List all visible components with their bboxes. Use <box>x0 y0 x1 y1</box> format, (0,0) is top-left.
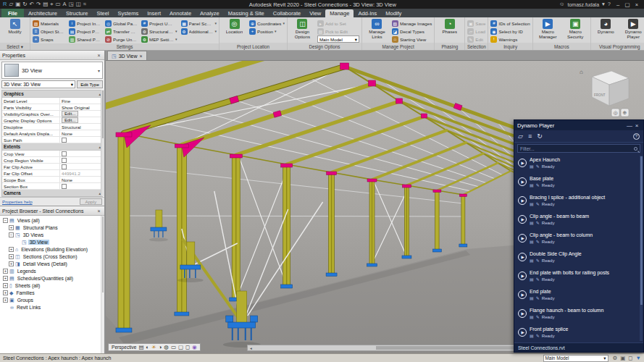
file-tab[interactable]: File <box>1 9 24 17</box>
button-manage-images[interactable]: ▧Manage Images <box>392 20 432 27</box>
edit-type-button[interactable]: Edit Type <box>77 80 103 88</box>
play-script-button[interactable]: ▶ <box>518 290 527 299</box>
panel-label-selection[interactable]: Selection <box>465 43 488 50</box>
tree-item-schedules-quantities-all[interactable]: +▤Schedules/Quantities (all) <box>0 274 104 282</box>
expand-icon[interactable]: + <box>9 225 14 230</box>
checkbox-section-box[interactable] <box>62 184 67 189</box>
play-script-button[interactable]: ▶ <box>518 196 527 205</box>
tree-item-detail-views-detail[interactable]: +◨Detail Views (Detail) <box>0 260 104 267</box>
sun-path-icon[interactable]: ☀ <box>151 345 156 350</box>
tree-item-legends[interactable]: +▥Legends <box>0 267 104 274</box>
expand-icon[interactable]: + <box>3 298 8 303</box>
perspective-label[interactable]: Perspective <box>112 345 136 350</box>
thin-lines-icon[interactable]: ≈ <box>83 1 86 7</box>
open-icon[interactable]: ▱ <box>9 1 13 7</box>
tab-insert[interactable]: Insert <box>143 9 165 17</box>
tree-item-sections-cross-section[interactable]: +◫Sections (Cross Section) <box>0 253 104 260</box>
expand-icon[interactable]: + <box>9 261 14 266</box>
help-icon[interactable]: ? <box>608 1 611 7</box>
tab-add-ins[interactable]: Add-Ins <box>354 9 381 17</box>
filter-input[interactable]: Filter... <box>517 144 640 153</box>
tree-item-structural-plans[interactable]: +▦Structural Plans <box>0 224 104 231</box>
properties-scrollbar[interactable] <box>101 90 104 196</box>
button-purge-unused[interactable]: ⊘Purge Unused <box>105 35 138 43</box>
button-shared-parameters[interactable]: ▥Shared Parameters <box>69 35 101 43</box>
button-modify[interactable]: ↖Modify <box>2 18 28 35</box>
temporary-hide-icon[interactable]: ◻ <box>185 345 190 350</box>
view-tab-3d-view[interactable]: ◳ 3D View × <box>107 51 147 60</box>
expand-icon[interactable]: + <box>3 276 8 281</box>
tab-systems[interactable]: Systems <box>114 9 143 17</box>
reveal-hidden-icon[interactable]: ◉ <box>192 345 197 350</box>
panel-label-select[interactable]: Select▾ <box>0 43 30 50</box>
viewcube-home-icon[interactable]: ⌂ <box>580 69 583 75</box>
play-script-button[interactable]: ▶ <box>518 272 527 280</box>
tab-steel[interactable]: Steel <box>92 9 113 17</box>
edit-in-dynamo-icon[interactable]: ✎ <box>536 277 540 282</box>
expand-icon[interactable]: + <box>9 254 14 259</box>
edit-in-dynamo-icon[interactable]: ✎ <box>536 164 540 169</box>
text-note-icon[interactable]: A <box>63 1 67 7</box>
button-add-to-set[interactable]: ▸Add to Set <box>317 20 359 27</box>
collapse-icon[interactable]: − <box>9 232 14 237</box>
maximize-button[interactable]: ▢ <box>623 1 632 8</box>
active-design-option-select[interactable]: Main Model ▾ <box>543 355 609 362</box>
checkbox-crop-region-visible[interactable] <box>62 158 67 163</box>
main-model-select[interactable]: Main Model▾ <box>317 35 359 43</box>
visual-style-icon[interactable]: ◐ <box>146 345 150 350</box>
button-dynamo[interactable]: ◕Dynamo <box>593 18 619 35</box>
revit-logo-icon[interactable]: R <box>3 1 7 7</box>
button-load[interactable]: ▱Load <box>467 28 485 35</box>
button-project-information[interactable]: iProject Information <box>69 20 101 27</box>
tag-icon[interactable]: ▭ <box>56 1 61 7</box>
shadows-icon[interactable]: ◑ <box>159 345 162 350</box>
chevron-down-icon[interactable]: ▾ <box>98 68 100 73</box>
edit-in-dynamo-icon[interactable]: ✎ <box>536 315 540 319</box>
tab-modify[interactable]: Modify <box>381 9 406 17</box>
button-global-parameters[interactable]: ◎Global Parameters <box>105 20 138 27</box>
expand-icon[interactable]: + <box>3 283 8 288</box>
tab-analyze[interactable]: Analyze <box>196 9 224 17</box>
tab-collaborate[interactable]: Collaborate <box>269 9 305 17</box>
script-list-icon[interactable]: ≡ <box>528 133 532 140</box>
script-list-scrollbar[interactable] <box>640 156 643 341</box>
help-icon[interactable]: ? <box>633 133 640 140</box>
scroll-left-icon[interactable]: ◂ <box>248 345 254 350</box>
signed-in-username[interactable]: tomasz.fudala <box>567 2 599 7</box>
close-view-icon[interactable]: × <box>140 54 143 59</box>
button-phases[interactable]: ◔Phases <box>437 18 462 35</box>
tree-item-views-all[interactable]: −▤Views (all) <box>0 216 104 224</box>
tab-architecture[interactable]: Architecture <box>24 9 62 17</box>
exclude-options-icon[interactable]: ▣ <box>620 355 625 361</box>
checkbox-far-clip-active[interactable] <box>62 164 67 169</box>
button-design-options[interactable]: ◫Design Options <box>290 18 315 39</box>
button-save[interactable]: ▣Save <box>467 20 485 27</box>
zoom-icon[interactable]: ⊕ <box>623 110 627 115</box>
button-additional-settings[interactable]: ⚙Additional Settings▾ <box>181 28 217 35</box>
expand-icon[interactable]: + <box>3 290 8 295</box>
play-script-button[interactable]: ▶ <box>518 328 527 337</box>
close-icon[interactable]: × <box>633 122 640 129</box>
button-project-units[interactable]: #Project Units <box>141 20 177 27</box>
default-3d-view-icon[interactable]: ◳ <box>69 1 74 7</box>
button-mep-settings[interactable]: ⚙MEP Settings▾ <box>141 35 177 43</box>
panel-label-visual-programming[interactable]: Visual Programming <box>591 43 644 50</box>
section-icon[interactable]: ◫ <box>76 1 81 7</box>
button-ids-of-selection[interactable]: #IDs of Selection <box>490 20 530 27</box>
tab-view[interactable]: View <box>305 9 325 17</box>
button-transfer-project-standards[interactable]: ⇄Transfer Project Standards <box>105 28 138 35</box>
edit-button-graphic-display-options[interactable]: Edit... <box>62 117 78 123</box>
button-starting-view[interactable]: ⌂Starting View <box>392 35 432 43</box>
project-browser-scrollbar[interactable] <box>101 216 104 353</box>
edit-in-dynamo-icon[interactable]: ✎ <box>536 334 540 338</box>
button-decal-types[interactable]: ◪Decal Types <box>392 28 432 35</box>
measure-icon[interactable]: ⌖ <box>50 1 53 7</box>
button-panel-schedule-templates[interactable]: ▦Panel Schedule Templates▾ <box>181 20 217 27</box>
tree-item-elevations-building-elevation[interactable]: +⌂Elevations (Building Elevation) <box>0 245 104 253</box>
detail-level-icon[interactable]: ▤ <box>138 345 143 350</box>
play-script-button[interactable]: ▶ <box>518 253 527 261</box>
button-select-by-id[interactable]: ◉Select by ID <box>490 28 530 35</box>
tab-manage[interactable]: Manage <box>325 9 354 17</box>
filter-icon[interactable]: ▼ <box>636 355 641 361</box>
checkbox-crop-view[interactable] <box>62 151 67 156</box>
